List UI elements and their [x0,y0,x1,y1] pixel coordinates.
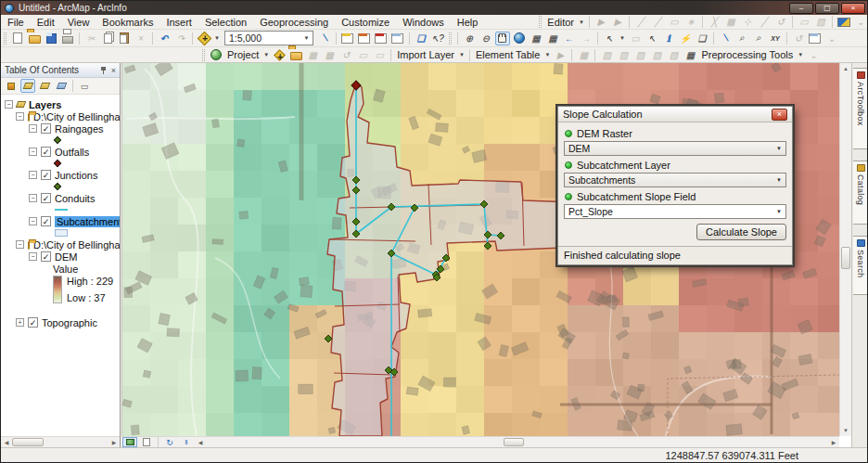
layer-visibility-checkbox[interactable]: ✓ [41,251,51,262]
full-extent-icon[interactable] [512,32,527,45]
paste-icon[interactable] [117,32,132,45]
rotate-tool-icon[interactable]: ↺ [773,15,788,29]
map-vertical-scrollbar[interactable]: ▲ ▼ [839,63,851,436]
import-project-icon[interactable]: ▭ [372,48,387,62]
layer-label[interactable]: D:\City of Bellingham_V [33,239,120,251]
construction-tools-icon[interactable]: ▭ [667,15,682,29]
layer-item-raingages[interactable]: −✓Raingages [1,122,120,135]
fixed-zoom-in-icon[interactable]: ▦ [529,32,543,45]
project-caret-icon[interactable]: ▼ [262,52,271,58]
go-to-xy-icon[interactable]: XY [768,32,783,45]
expander-icon[interactable]: + [16,318,24,327]
toolbar-grip[interactable] [4,32,6,45]
dialog-title-bar[interactable]: Slope Calculation × [558,107,792,122]
menu-bookmarks[interactable]: Bookmarks [96,16,160,29]
select-features-icon[interactable]: ↖ [602,32,617,45]
layer-label[interactable]: Subcatchments [55,216,120,227]
select-elements-icon[interactable]: ↖ [645,32,659,45]
toolbar-grip[interactable] [449,32,452,45]
scatter-plot-icon[interactable]: ▨ [632,48,647,62]
import-layer-caret-icon[interactable]: ▼ [457,52,466,58]
layer-visibility-checkbox[interactable]: ✓ [41,170,51,180]
combobox-caret-icon[interactable]: ▼ [772,209,785,214]
maximize-button[interactable]: ▢ [815,3,839,14]
toolbar-overflow-icon[interactable]: ⌄ [824,32,839,45]
data-view-button[interactable] [122,437,137,447]
toc-close-icon[interactable]: × [111,66,116,75]
side-tab-catalog[interactable]: Catalog [853,161,868,225]
list-by-visibility-icon[interactable] [37,79,52,93]
add-data-caret-icon[interactable]: ▼ [212,35,222,41]
move-tool-icon[interactable]: ⊹ [740,15,755,29]
layer-label[interactable]: Topographic [42,317,97,328]
list-by-selection-icon[interactable] [54,79,69,93]
layer-item-d-city-of-bellingham-v[interactable]: −D:\City of Bellingham_V [1,238,120,251]
combobox-caret-icon[interactable]: ▼ [772,177,785,183]
layout-view-button[interactable] [139,437,154,447]
list-by-source-icon[interactable] [20,79,35,93]
combobox-subcatchment-slope-field[interactable]: Pct_Slope▼ [564,204,786,219]
side-tab-arctoolbox[interactable]: ArcToolbox [853,68,868,149]
copy-icon[interactable] [100,32,115,45]
scroll-left-icon[interactable]: ◀ [195,437,206,448]
clear-selection-icon[interactable]: ▭ [628,32,643,45]
import-layer-menu[interactable]: Import Layer [394,49,457,60]
forward-extent-icon[interactable]: → [579,32,594,45]
menu-file[interactable]: File [1,16,31,29]
print-icon[interactable] [60,32,75,45]
scroll-down-icon[interactable]: ▼ [840,425,851,436]
find-route-icon[interactable]: ⌕ [751,32,766,45]
find-icon[interactable]: ⌕ [734,32,749,45]
sketch-properties-icon[interactable]: ▨ [813,15,828,29]
summary-plot-icon[interactable]: ▨ [666,48,681,62]
layer-item-junctions[interactable]: −✓Junctions [1,169,120,181]
zoom-in-icon[interactable]: ⊕ [462,32,477,45]
hyperlink-icon[interactable]: ⚡ [678,32,693,45]
dialog-close-button[interactable]: × [772,109,787,121]
menu-insert[interactable]: Insert [160,16,198,29]
expander-icon[interactable]: − [29,148,37,156]
identify-icon[interactable]: ℹ [661,32,676,45]
layer-symbol-diamond-green[interactable] [54,136,61,144]
preprocessing-tools-menu[interactable]: Preprocessing Tools [698,49,796,60]
layer-label[interactable]: Conduits [55,193,95,204]
pause-drawing-icon[interactable]: ‖ [179,437,194,447]
profile-plot-icon[interactable]: ▨ [599,48,614,62]
element-table-menu[interactable]: Element Table [473,49,543,60]
side-tab-search[interactable]: Search [853,236,868,294]
fixed-zoom-out-icon[interactable]: ▦ [545,32,560,45]
endpoint-arc-icon[interactable]: ╱ [650,15,665,29]
whats-this-icon[interactable]: ↖? [430,32,445,45]
new-project-icon[interactable] [272,48,287,62]
menu-edit[interactable]: Edit [31,16,61,29]
layer-item-topographic[interactable]: +✓Topographic [1,316,120,328]
search-window-icon[interactable] [374,32,389,45]
save-project-icon[interactable]: ▦ [305,48,320,62]
open-icon[interactable] [27,32,42,45]
preprocessing-caret-icon[interactable]: ▼ [796,52,805,58]
export-project-icon[interactable]: ▭ [355,48,370,62]
editor-quick-icon[interactable]: ⟍ [317,32,332,45]
layer-item-dem[interactable]: −✓DEM [1,251,120,263]
add-data-icon[interactable] [197,32,211,45]
menu-help[interactable]: Help [451,16,485,29]
expander-icon[interactable]: − [29,217,37,225]
catalog-window-icon[interactable] [357,32,372,45]
straight-segment-icon[interactable]: ╱ [633,15,648,29]
menu-customize[interactable]: Customize [335,16,396,29]
layer-visibility-checkbox[interactable]: ✓ [41,123,51,134]
toolbar-grip[interactable] [539,16,542,28]
time-series-plot-icon[interactable]: ▨ [616,48,631,62]
scroll-up-icon[interactable]: ▲ [840,63,851,74]
menu-view[interactable]: View [61,16,96,29]
toolbar-overflow-icon[interactable]: ⌄ [853,15,868,29]
project-globe-icon[interactable] [209,48,223,62]
layer-visibility-checkbox[interactable]: ✓ [41,216,51,226]
combobox-caret-icon[interactable]: ▼ [772,146,785,151]
reshape-feature-icon[interactable]: ▦ [723,15,738,29]
map-scale-combobox[interactable]: 1:5,000 ▼ [224,31,313,45]
toolbar-grip[interactable] [202,49,205,61]
minimize-button[interactable]: – [789,3,813,14]
status-table-icon[interactable]: ▦ [576,48,591,62]
save-icon[interactable] [44,32,58,45]
